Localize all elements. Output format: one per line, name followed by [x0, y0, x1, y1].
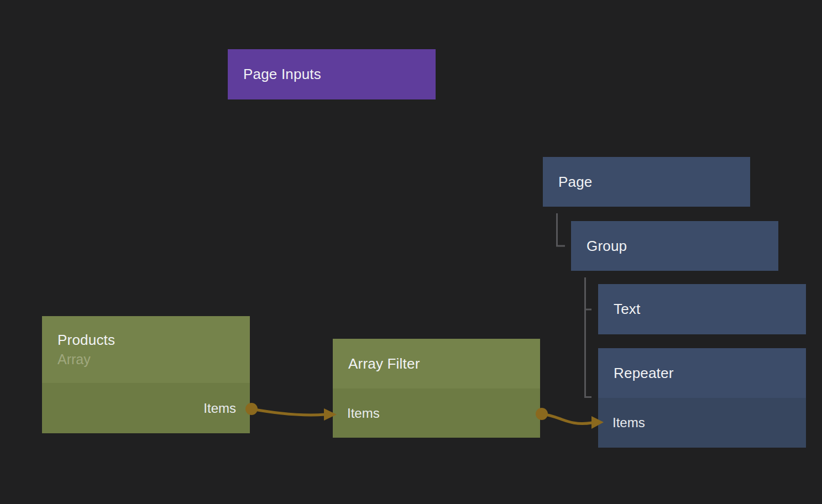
node-title: Products — [57, 332, 250, 349]
port-row-items-output[interactable]: Items — [42, 383, 250, 433]
node-title: Page Inputs — [243, 66, 436, 83]
tree-connector-group-to-children — [585, 277, 592, 397]
port-label: Items — [347, 406, 380, 421]
port-dot-array-filter-output[interactable] — [536, 408, 548, 420]
node-title: Repeater — [614, 365, 806, 382]
tree-connector-page-to-group — [557, 213, 566, 246]
port-row-items-input[interactable]: Items — [598, 398, 806, 448]
node-page[interactable]: Page — [543, 157, 750, 207]
node-title: Array Filter — [348, 355, 540, 372]
node-header: Text — [598, 284, 806, 334]
node-repeater[interactable]: Repeater Items — [598, 348, 806, 448]
node-group[interactable]: Group — [571, 221, 778, 271]
edge-array-filter-to-repeater[interactable] — [542, 414, 592, 424]
port-dot-products-items[interactable] — [245, 403, 258, 415]
node-header: Array Filter — [333, 339, 540, 389]
node-editor-canvas[interactable]: Page Inputs Products Array Items Array F… — [0, 0, 822, 504]
edge-products-to-array-filter[interactable] — [252, 409, 325, 415]
node-text[interactable]: Text — [598, 284, 806, 334]
node-subtitle: Array — [57, 351, 250, 368]
node-header: Page — [543, 157, 750, 207]
port-label: Items — [612, 415, 645, 431]
node-header: Products Array — [42, 316, 250, 383]
node-header: Group — [571, 221, 778, 271]
node-page-inputs[interactable]: Page Inputs — [228, 49, 436, 99]
node-title: Text — [614, 301, 806, 318]
node-array-filter[interactable]: Array Filter Items — [333, 339, 540, 438]
node-title: Page — [558, 174, 750, 191]
port-label: Items — [203, 401, 236, 416]
node-header: Page Inputs — [228, 49, 436, 99]
node-products[interactable]: Products Array Items — [42, 316, 250, 433]
port-row-items-input[interactable]: Items — [333, 389, 540, 438]
node-header: Repeater — [598, 348, 806, 398]
node-title: Group — [587, 238, 778, 255]
